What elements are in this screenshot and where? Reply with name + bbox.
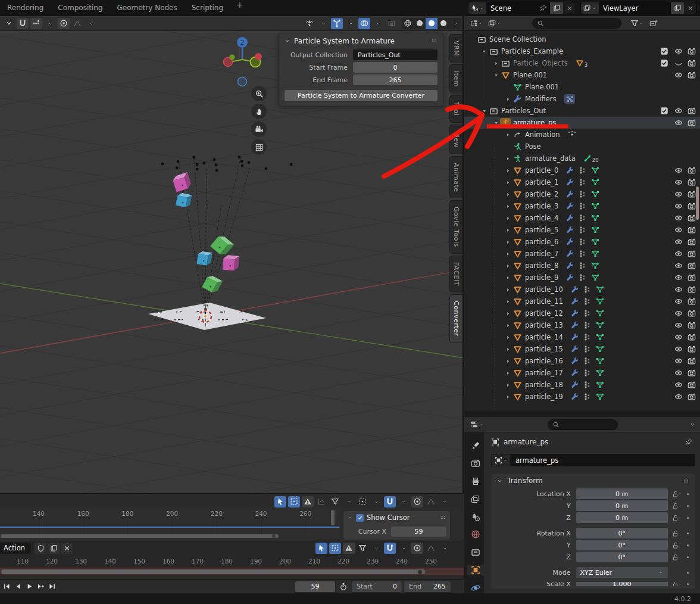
- snap-magnet-button[interactable]: [384, 496, 396, 508]
- viewlayer-selector-button[interactable]: [581, 2, 599, 14]
- scene-name[interactable]: Scene: [486, 2, 536, 14]
- toggle-camera-icon[interactable]: [687, 47, 696, 56]
- lock-icon[interactable]: [668, 553, 683, 561]
- outliner-item-label[interactable]: particle_9: [525, 273, 558, 282]
- sidebar-tab-animate[interactable]: Animate: [449, 156, 462, 199]
- proportional-edit-button[interactable]: [411, 496, 423, 508]
- outliner-item-label[interactable]: Plane.001: [513, 71, 547, 79]
- snap-magnet-dropdown[interactable]: [398, 543, 410, 554]
- toggle-eye-closed-icon[interactable]: [674, 59, 683, 68]
- snap-target-button[interactable]: [30, 18, 42, 29]
- outliner-row-particle-9[interactable]: particle_9: [464, 272, 700, 284]
- action-name-field[interactable]: Action: [0, 543, 31, 554]
- sidebar-tab-faceit[interactable]: FACEIT: [449, 256, 462, 292]
- particle-cube-4[interactable]: [223, 255, 239, 271]
- lock-icon[interactable]: [668, 530, 683, 537]
- transform-value[interactable]: 0°: [576, 528, 668, 538]
- lock-icon[interactable]: [668, 582, 683, 586]
- outliner-item-label[interactable]: armature_data: [525, 154, 576, 163]
- outliner-item-label[interactable]: particle_1: [525, 178, 558, 186]
- outliner-display-mode-button[interactable]: [468, 18, 484, 29]
- outliner-item-label[interactable]: particle_17: [525, 369, 563, 377]
- world-properties-tab[interactable]: [467, 529, 484, 540]
- outliner-item-label[interactable]: particle_15: [525, 345, 563, 353]
- jump-to-start-button[interactable]: [2, 581, 12, 592]
- outliner-row-particle-13[interactable]: particle_13: [464, 319, 700, 331]
- action-strip[interactable]: [0, 568, 464, 575]
- sidebar-tab-vrm[interactable]: VRM: [449, 34, 462, 63]
- object-name-field[interactable]: armature_ps: [510, 454, 695, 466]
- play-button[interactable]: [24, 581, 35, 592]
- falloff-curve-dropdown[interactable]: [85, 18, 97, 29]
- toggle-camera-icon[interactable]: [687, 285, 696, 294]
- toggle-camera-icon[interactable]: [687, 309, 696, 318]
- properties-editor-type-button[interactable]: [468, 419, 485, 430]
- pin-icon[interactable]: [536, 2, 549, 14]
- outliner-item-label[interactable]: particle_19: [525, 393, 563, 401]
- toggle-camera-icon[interactable]: [687, 71, 696, 80]
- outliner-item-label[interactable]: particle_5: [525, 226, 558, 234]
- transform-value[interactable]: 0°: [576, 540, 668, 550]
- animate-dot-icon[interactable]: [683, 503, 693, 509]
- sidebar-tab-govie-tools[interactable]: Govie Tools: [449, 200, 462, 254]
- outliner-row-particle-12[interactable]: particle_12: [464, 307, 700, 319]
- outliner-item-label[interactable]: particle_3: [525, 202, 558, 210]
- snap-magnet-button[interactable]: [384, 543, 396, 554]
- toggle-eye-icon[interactable]: [674, 47, 683, 56]
- outliner-item-label[interactable]: Plane.001: [525, 83, 559, 91]
- toggle-eye-icon[interactable]: [674, 381, 683, 390]
- outliner-row-particles-example[interactable]: Particles_Example: [464, 45, 700, 57]
- normalize-button[interactable]: [315, 496, 327, 508]
- outliner-row-particle-5[interactable]: particle_5: [464, 224, 700, 236]
- toggle-camera-icon[interactable]: [687, 226, 696, 235]
- outliner-item-label[interactable]: particle_14: [525, 333, 563, 341]
- lock-icon[interactable]: [668, 502, 683, 510]
- outliner-row-particle-2[interactable]: particle_2: [464, 188, 700, 200]
- transform-panel-header[interactable]: Transform: [491, 474, 695, 488]
- expander-icon[interactable]: [492, 71, 500, 79]
- visibility-dropdown[interactable]: [317, 18, 329, 29]
- expander-icon[interactable]: [504, 369, 512, 377]
- dopesheet-body[interactable]: 140160180200220240260 Show Cursor Cursor…: [0, 508, 464, 540]
- transform-value[interactable]: 0°: [576, 552, 668, 562]
- field-value-output-collection[interactable]: Particles_Out: [353, 49, 438, 60]
- toggle-eye-icon[interactable]: [674, 71, 683, 80]
- toggle-eye-icon[interactable]: [674, 226, 683, 235]
- shading-material-button[interactable]: [426, 18, 438, 29]
- toggle-camera-icon[interactable]: [687, 369, 696, 378]
- delete-scene-button[interactable]: [563, 2, 576, 14]
- toggle-eye-icon[interactable]: [674, 345, 683, 354]
- converter-panel-header[interactable]: Particle System to Armature: [279, 33, 443, 48]
- falloff-curve-button[interactable]: [71, 18, 83, 29]
- expander-icon[interactable]: [504, 238, 512, 246]
- toggle-camera-icon[interactable]: [687, 166, 696, 175]
- add-workspace-button[interactable]: +: [230, 0, 249, 16]
- new-collection-button[interactable]: [648, 18, 660, 29]
- filter-dropdown[interactable]: [370, 543, 382, 554]
- toggle-eye-icon[interactable]: [674, 214, 683, 223]
- toggle-eye-icon[interactable]: [674, 273, 683, 282]
- toggle-camera-icon[interactable]: [687, 357, 696, 366]
- tool-properties-tab[interactable]: [467, 440, 484, 451]
- outliner-item-label[interactable]: particle_18: [525, 381, 563, 389]
- toggle-checkbox-icon[interactable]: [660, 59, 668, 68]
- field-value-start-frame[interactable]: 0: [353, 62, 438, 73]
- toggle-eye-icon[interactable]: [674, 309, 683, 318]
- overlays-toggle-dropdown[interactable]: [372, 18, 384, 29]
- particle-cube-3[interactable]: [196, 251, 212, 266]
- outliner-row-armature-ps[interactable]: armature_ps: [464, 117, 700, 129]
- particle-cube-0[interactable]: [171, 172, 192, 192]
- toggle-camera-icon[interactable]: [687, 333, 696, 342]
- panel-grip-icon[interactable]: [439, 514, 446, 521]
- expander-icon[interactable]: [504, 297, 512, 306]
- animate-dot-icon[interactable]: [683, 491, 693, 497]
- outliner-row-particle-7[interactable]: particle_7: [464, 248, 700, 260]
- falloff-curve-dropdown[interactable]: [439, 496, 451, 508]
- panel-grip-icon[interactable]: [430, 37, 438, 45]
- outliner-row-plane-001[interactable]: Plane.001: [464, 69, 700, 81]
- collection-properties-tab[interactable]: [467, 547, 484, 558]
- toggle-camera-icon[interactable]: [687, 190, 696, 199]
- box-select-button[interactable]: [288, 496, 300, 508]
- collapse-chevron-icon[interactable]: [496, 478, 503, 484]
- expander-icon[interactable]: [504, 321, 512, 329]
